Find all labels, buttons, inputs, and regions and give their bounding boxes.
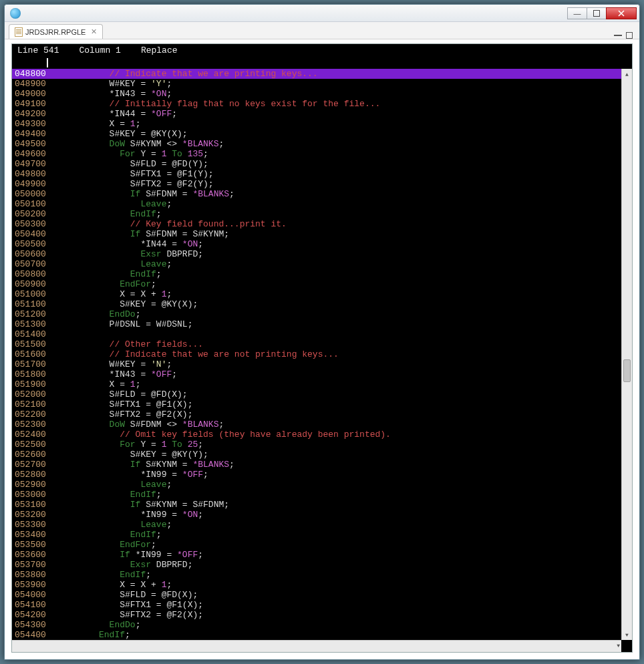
code-text: EndIf; bbox=[44, 630, 621, 640]
code-text: S#FLD = @FD(Y); bbox=[44, 159, 621, 169]
code-line[interactable]: 053400 EndIf; bbox=[12, 530, 621, 540]
code-line[interactable]: 049500 DoW S#KYNM <> *BLANKS; bbox=[12, 139, 621, 149]
code-line[interactable]: 050400 If S#FDNM = S#KYNM; bbox=[12, 229, 621, 239]
vertical-scrollbar[interactable]: ▲ ▼ bbox=[621, 69, 632, 640]
code-line[interactable]: 049000 *IN43 = *ON; bbox=[12, 89, 621, 99]
code-line[interactable]: 049600 For Y = 1 To 135; bbox=[12, 149, 621, 159]
code-line[interactable]: 049900 S#FTX2 = @F2(Y); bbox=[12, 179, 621, 189]
code-text: S#FTX2 = @F2(X); bbox=[44, 409, 621, 420]
code-line[interactable]: 054200 S#FTX2 = @F2(X); bbox=[12, 610, 621, 620]
code-line[interactable]: 050500 *IN44 = *ON; bbox=[12, 239, 621, 249]
code-line[interactable]: 052600 S#KEY = @KY(Y); bbox=[12, 450, 621, 460]
line-number: 054200 bbox=[12, 610, 44, 620]
code-line[interactable]: 048800 // Indicate that we are printing … bbox=[12, 69, 621, 79]
editor-area: Line 541 Column 1 Replace ....+....1....… bbox=[5, 39, 639, 659]
code-line[interactable]: 050900 EndFor; bbox=[12, 279, 621, 289]
code-line[interactable]: 052700 If S#KYNM = *BLANKS; bbox=[12, 460, 621, 470]
code-line[interactable]: 051700 W#KEY = 'N'; bbox=[12, 359, 621, 369]
code-line[interactable]: 052300 DoW S#FDNM <> *BLANKS; bbox=[12, 420, 621, 430]
code-line[interactable]: 050100 Leave; bbox=[12, 199, 621, 209]
code-line[interactable]: 053700 Exsr DBPRFD; bbox=[12, 560, 621, 570]
line-number: 053000 bbox=[12, 490, 44, 500]
line-number: 052400 bbox=[12, 430, 44, 440]
code-line[interactable]: 053300 Leave; bbox=[12, 520, 621, 530]
code-line[interactable]: 051900 X = 1; bbox=[12, 379, 621, 389]
code-line[interactable]: 051800 *IN43 = *OFF; bbox=[12, 369, 621, 379]
code-text: S#FTX1 = @F1(X); bbox=[44, 600, 621, 610]
code-line[interactable]: 050200 EndIf; bbox=[12, 209, 621, 219]
line-number: 053400 bbox=[12, 530, 44, 540]
line-number: 049400 bbox=[12, 129, 44, 139]
code-line[interactable]: 052500 For Y = 1 To 25; bbox=[12, 440, 621, 450]
line-number: 051300 bbox=[12, 319, 44, 329]
code-line[interactable]: 051400 bbox=[12, 329, 621, 339]
scroll-up-icon[interactable]: ▲ bbox=[622, 69, 632, 79]
titlebar[interactable]: — bbox=[5, 5, 639, 22]
code-line[interactable]: 051300 P#DSNL = W#DSNL; bbox=[12, 319, 621, 329]
code-line[interactable]: 050800 EndIf; bbox=[12, 269, 621, 279]
horizontal-scrollbar[interactable]: ▼ bbox=[12, 640, 621, 652]
code-line[interactable]: 053800 EndIf; bbox=[12, 570, 621, 580]
code-line[interactable]: 051100 S#KEY = @KY(X); bbox=[12, 299, 621, 309]
code-line[interactable]: 051500 // Other fields... bbox=[12, 339, 621, 349]
code-line[interactable]: 053900 X = X + 1; bbox=[12, 580, 621, 590]
maximize-button[interactable] bbox=[587, 7, 607, 19]
code-text: S#FLD = @FD(X); bbox=[44, 389, 621, 399]
maximize-pane-icon[interactable] bbox=[626, 32, 633, 39]
code-line[interactable]: 053100 If S#KYNM = S#FDNM; bbox=[12, 500, 621, 510]
code-line[interactable]: 054000 S#FLD = @FD(X); bbox=[12, 590, 621, 600]
code-line[interactable]: 048900 W#KEY = 'Y'; bbox=[12, 79, 621, 89]
code-line[interactable]: 053200 *IN99 = *ON; bbox=[12, 510, 621, 520]
line-number: 051400 bbox=[12, 329, 44, 339]
editor-tab[interactable]: JRDSJRR.RPGLE ✕ bbox=[9, 24, 103, 39]
code-line[interactable]: 051200 EndDo; bbox=[12, 309, 621, 319]
code-line[interactable]: 049800 S#FTX1 = @F1(Y); bbox=[12, 169, 621, 179]
code-line[interactable]: 053600 If *IN99 = *OFF; bbox=[12, 550, 621, 560]
code-line[interactable]: 052000 S#FLD = @FD(X); bbox=[12, 389, 621, 399]
code-line[interactable]: 052900 Leave; bbox=[12, 480, 621, 490]
code-line[interactable]: 052800 *IN99 = *OFF; bbox=[12, 470, 621, 480]
close-button[interactable] bbox=[606, 7, 637, 19]
tab-close-icon[interactable]: ✕ bbox=[91, 27, 97, 36]
code-text: *IN43 = *ON; bbox=[44, 89, 621, 99]
code-line[interactable]: 052200 S#FTX2 = @F2(X); bbox=[12, 409, 621, 420]
minimize-button[interactable]: — bbox=[567, 7, 587, 19]
code-viewport[interactable]: 048800 // Indicate that we are printing … bbox=[11, 69, 633, 653]
code-text: If S#FDNM = S#KYNM; bbox=[44, 229, 621, 239]
code-line[interactable]: 049300 X = 1; bbox=[12, 119, 621, 129]
code-line[interactable]: 049100 // Initially flag that no keys ex… bbox=[12, 99, 621, 109]
code-line[interactable]: 051000 X = X + 1; bbox=[12, 289, 621, 299]
code-text: // Omit key fields (they have already be… bbox=[44, 430, 621, 440]
code-line[interactable]: 052400 // Omit key fields (they have alr… bbox=[12, 430, 621, 440]
code-text: P#DSNL = W#DSNL; bbox=[44, 319, 621, 329]
code-line[interactable]: 052100 S#FTX1 = @F1(X); bbox=[12, 399, 621, 409]
code-line[interactable]: 050600 Exsr DBPRFD; bbox=[12, 249, 621, 259]
scroll-right-icon[interactable]: ▼ bbox=[617, 643, 620, 649]
code-line[interactable]: 050000 If S#FDNM = *BLANKS; bbox=[12, 189, 621, 199]
line-number: 053300 bbox=[12, 520, 44, 530]
code-text: // Key field found...print it. bbox=[44, 219, 621, 229]
code-line[interactable]: 049400 S#KEY = @KY(X); bbox=[12, 129, 621, 139]
code-line[interactable]: 051600 // Indicate that we are not print… bbox=[12, 349, 621, 359]
minimize-pane-icon[interactable] bbox=[614, 35, 622, 36]
code-line[interactable]: 049200 *IN44 = *OFF; bbox=[12, 109, 621, 119]
code-line[interactable]: 050300 // Key field found...print it. bbox=[12, 219, 621, 229]
line-number: 054000 bbox=[12, 590, 44, 600]
scroll-down-icon[interactable]: ▼ bbox=[622, 629, 632, 640]
code-line[interactable]: 049700 S#FLD = @FD(Y); bbox=[12, 159, 621, 169]
code-text: S#KEY = @KY(X); bbox=[44, 129, 621, 139]
line-number: 051600 bbox=[12, 349, 44, 359]
code-line[interactable]: 050700 Leave; bbox=[12, 259, 621, 269]
code-line[interactable]: 054400 EndIf; bbox=[12, 630, 621, 640]
code-line[interactable]: 054100 S#FTX1 = @F1(X); bbox=[12, 600, 621, 610]
file-icon bbox=[15, 27, 23, 37]
code-line[interactable]: 054300 EndDo; bbox=[12, 620, 621, 630]
code-line[interactable]: 053000 EndIf; bbox=[12, 490, 621, 500]
line-number: 049200 bbox=[12, 109, 44, 119]
vertical-scroll-thumb[interactable] bbox=[623, 359, 631, 382]
code-line[interactable]: 053500 EndFor; bbox=[12, 540, 621, 550]
line-number: 049600 bbox=[12, 149, 44, 159]
code-text: EndIf; bbox=[44, 490, 621, 500]
code-text: S#FTX2 = @F2(X); bbox=[44, 610, 621, 620]
code-text: S#FTX1 = @F1(Y); bbox=[44, 169, 621, 179]
